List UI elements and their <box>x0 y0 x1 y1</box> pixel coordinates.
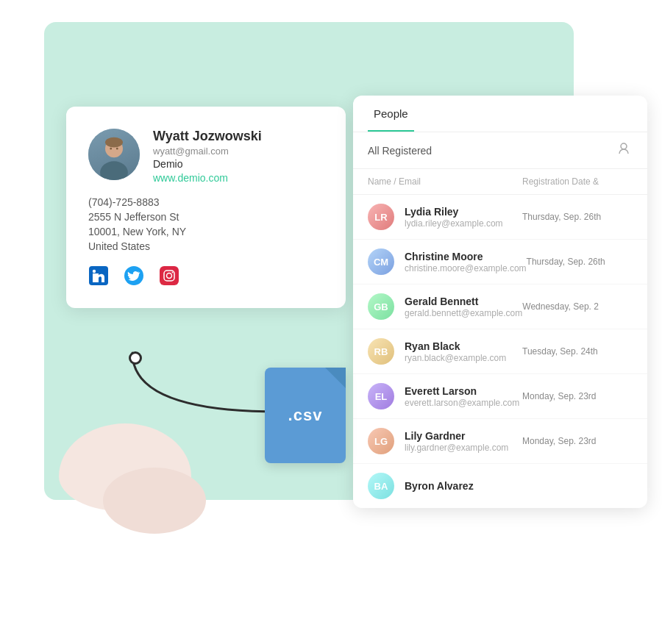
social-icons <box>88 265 324 286</box>
avatar-initials: BA <box>368 473 394 499</box>
person-date: Monday, Sep. 23rd <box>522 391 633 401</box>
contact-phone: (704)-725-8883 <box>88 196 324 208</box>
svg-point-7 <box>93 270 96 273</box>
avatar-image <box>88 129 140 180</box>
table-row[interactable]: EL Everett Larson everett.larson@example… <box>353 374 647 419</box>
contact-details: (704)-725-8883 2555 N Jefferson St 10001… <box>88 196 324 252</box>
person-name: Gerald Bennett <box>405 296 522 307</box>
avatar: LG <box>368 428 394 454</box>
svg-point-4 <box>116 148 118 150</box>
instagram-icon[interactable] <box>159 265 179 286</box>
blob-decoration-2 <box>103 468 206 534</box>
person-info: Ryan Black ryan.black@example.com <box>405 340 522 363</box>
csv-file: .csv <box>265 368 346 463</box>
table-row[interactable]: LR Lydia Riley lydia.riley@example.com T… <box>353 195 647 240</box>
person-info: Christine Moore christine.moore@example.… <box>405 251 527 273</box>
person-info: Everett Larson everett.larson@example.co… <box>405 385 522 408</box>
contact-card: Wyatt Jozwowski wyatt@gmail.com Demio ww… <box>66 107 346 308</box>
connector-dot <box>129 351 142 365</box>
person-date: Wednesday, Sep. 2 <box>522 301 633 312</box>
person-date: Thursday, Sep. 26th <box>527 257 633 267</box>
person-name: Ryan Black <box>405 340 522 352</box>
svg-point-2 <box>105 137 123 148</box>
contact-address1: 2555 N Jefferson St <box>88 211 324 223</box>
avatar-initials: EL <box>368 383 394 409</box>
avatar: CM <box>368 248 394 275</box>
twitter-icon[interactable] <box>124 265 144 286</box>
col-name-email: Name / Email <box>368 176 522 187</box>
people-list: LR Lydia Riley lydia.riley@example.com T… <box>353 195 647 508</box>
avatar-initials: GB <box>368 293 394 320</box>
background: Wyatt Jozwowski wyatt@gmail.com Demio ww… <box>0 0 662 644</box>
person-info: Gerald Bennett gerald.bennett@example.co… <box>405 296 522 318</box>
avatar-initials: LG <box>368 428 394 454</box>
contact-header: Wyatt Jozwowski wyatt@gmail.com Demio ww… <box>88 129 324 185</box>
contact-country: United States <box>88 240 324 252</box>
panel-tabs: People <box>353 96 647 132</box>
svg-rect-9 <box>160 266 179 285</box>
person-email: gerald.bennett@example.com <box>405 308 522 318</box>
csv-file-notch <box>325 368 346 388</box>
contact-address2: 10001, New York, NY <box>88 226 324 237</box>
contact-info: Wyatt Jozwowski wyatt@gmail.com Demio ww… <box>153 129 324 185</box>
person-name: Byron Alvarez <box>405 480 522 492</box>
filter-label: All Registered <box>368 145 432 157</box>
person-email: everett.larson@example.com <box>405 398 522 408</box>
avatar: GB <box>368 293 394 320</box>
person-filter-icon[interactable] <box>618 141 633 160</box>
table-row[interactable]: RB Ryan Black ryan.black@example.com Tue… <box>353 329 647 374</box>
person-info: Byron Alvarez <box>405 480 522 493</box>
person-name: Lydia Riley <box>405 206 522 218</box>
person-name: Everett Larson <box>405 385 522 397</box>
avatar <box>88 129 140 180</box>
svg-rect-6 <box>93 273 96 282</box>
contact-website[interactable]: www.demio.com <box>153 172 228 184</box>
person-email: lydia.riley@example.com <box>405 218 522 229</box>
contact-company: Demio <box>153 158 324 170</box>
person-name: Lily Gardner <box>405 430 522 442</box>
contact-email: wyatt@gmail.com <box>153 146 324 157</box>
avatar-initials: CM <box>368 248 394 275</box>
person-date: Monday, Sep. 23rd <box>522 436 633 446</box>
contact-name: Wyatt Jozwowski <box>153 129 324 144</box>
filter-row[interactable]: All Registered <box>353 132 647 169</box>
person-email: christine.moore@example.com <box>405 263 527 273</box>
table-header: Name / Email Registration Date & <box>353 169 647 195</box>
table-row[interactable]: CM Christine Moore christine.moore@examp… <box>353 240 647 285</box>
person-date: Tuesday, Sep. 24th <box>522 346 633 357</box>
person-email: lily.gardner@example.com <box>405 443 522 453</box>
person-info: Lydia Riley lydia.riley@example.com <box>405 206 522 229</box>
avatar: EL <box>368 383 394 409</box>
svg-point-12 <box>172 272 174 273</box>
avatar: BA <box>368 473 394 499</box>
table-row[interactable]: LG Lily Gardner lily.gardner@example.com… <box>353 419 647 464</box>
person-info: Lily Gardner lily.gardner@example.com <box>405 430 522 453</box>
avatar: LR <box>368 204 394 230</box>
svg-point-3 <box>110 148 112 150</box>
table-row[interactable]: BA Byron Alvarez <box>353 464 647 508</box>
avatar-initials: LR <box>368 204 394 230</box>
linkedin-icon[interactable] <box>88 265 109 286</box>
tab-people[interactable]: People <box>368 96 414 132</box>
col-reg-date: Registration Date & <box>522 176 633 187</box>
svg-point-1 <box>100 161 128 180</box>
person-email: ryan.black@example.com <box>405 353 522 363</box>
avatar: RB <box>368 338 394 365</box>
people-panel: People All Registered Name / Email Regis… <box>353 96 647 508</box>
person-name: Christine Moore <box>405 251 527 262</box>
table-row[interactable]: GB Gerald Bennett gerald.bennett@example… <box>353 285 647 329</box>
csv-label: .csv <box>288 406 323 425</box>
avatar-initials: RB <box>368 338 394 365</box>
person-date: Thursday, Sep. 26th <box>522 212 633 222</box>
svg-point-13 <box>621 143 627 149</box>
